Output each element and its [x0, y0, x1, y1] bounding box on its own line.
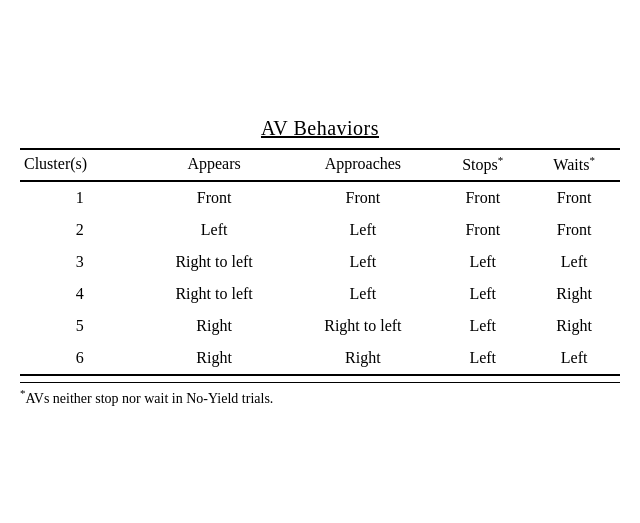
col-header-stops: Stops*: [437, 150, 528, 181]
table-title: AV Behaviors: [20, 117, 620, 140]
cell-cluster: 4: [20, 278, 140, 310]
main-container: AV Behaviors Cluster(s) Appears Approach…: [10, 97, 630, 427]
cell-waits: Front: [528, 214, 620, 246]
table-footnote: *AVs neither stop nor wait in No-Yield t…: [20, 382, 620, 407]
table-row: 5RightRight to leftLeftRight: [20, 310, 620, 342]
cell-cluster: 5: [20, 310, 140, 342]
cell-appears: Right to left: [140, 246, 289, 278]
cell-approaches: Right: [288, 342, 437, 375]
table-row: 3Right to leftLeftLeftLeft: [20, 246, 620, 278]
cell-waits: Front: [528, 181, 620, 214]
cell-appears: Right: [140, 310, 289, 342]
col-header-appears: Appears: [140, 150, 289, 181]
col-header-waits: Waits*: [528, 150, 620, 181]
cell-approaches: Front: [288, 181, 437, 214]
cell-waits: Right: [528, 278, 620, 310]
footnote-text: AVs neither stop nor wait in No-Yield tr…: [26, 390, 274, 405]
cell-stops: Front: [437, 214, 528, 246]
cell-cluster: 6: [20, 342, 140, 375]
cell-waits: Left: [528, 342, 620, 375]
cell-cluster: 1: [20, 181, 140, 214]
cell-appears: Front: [140, 181, 289, 214]
av-behaviors-table: Cluster(s) Appears Approaches Stops* Wai…: [20, 148, 620, 376]
cell-appears: Right to left: [140, 278, 289, 310]
cell-stops: Left: [437, 246, 528, 278]
cell-cluster: 2: [20, 214, 140, 246]
cell-approaches: Left: [288, 214, 437, 246]
cell-approaches: Left: [288, 246, 437, 278]
cell-waits: Right: [528, 310, 620, 342]
cell-waits: Left: [528, 246, 620, 278]
cell-stops: Left: [437, 342, 528, 375]
col-header-approaches: Approaches: [288, 150, 437, 181]
cell-cluster: 3: [20, 246, 140, 278]
column-header-row: Cluster(s) Appears Approaches Stops* Wai…: [20, 150, 620, 181]
cell-stops: Left: [437, 310, 528, 342]
cell-appears: Left: [140, 214, 289, 246]
table-row: 1FrontFrontFrontFront: [20, 181, 620, 214]
cell-approaches: Left: [288, 278, 437, 310]
table-body: 1FrontFrontFrontFront2LeftLeftFrontFront…: [20, 181, 620, 375]
table-row: 2LeftLeftFrontFront: [20, 214, 620, 246]
col-header-cluster: Cluster(s): [20, 150, 140, 181]
cell-appears: Right: [140, 342, 289, 375]
table-row: 6RightRightLeftLeft: [20, 342, 620, 375]
cell-stops: Left: [437, 278, 528, 310]
cell-approaches: Right to left: [288, 310, 437, 342]
table-row: 4Right to leftLeftLeftRight: [20, 278, 620, 310]
cell-stops: Front: [437, 181, 528, 214]
